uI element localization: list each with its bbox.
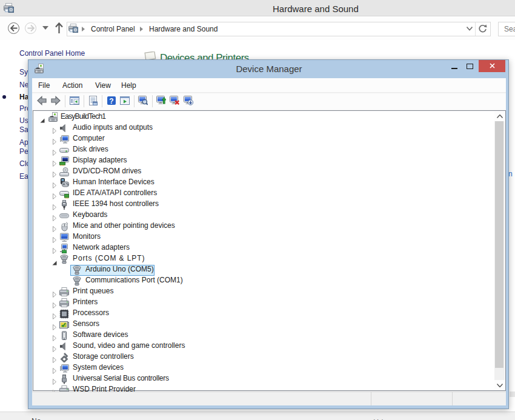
svg-text:?: ? <box>109 97 113 105</box>
